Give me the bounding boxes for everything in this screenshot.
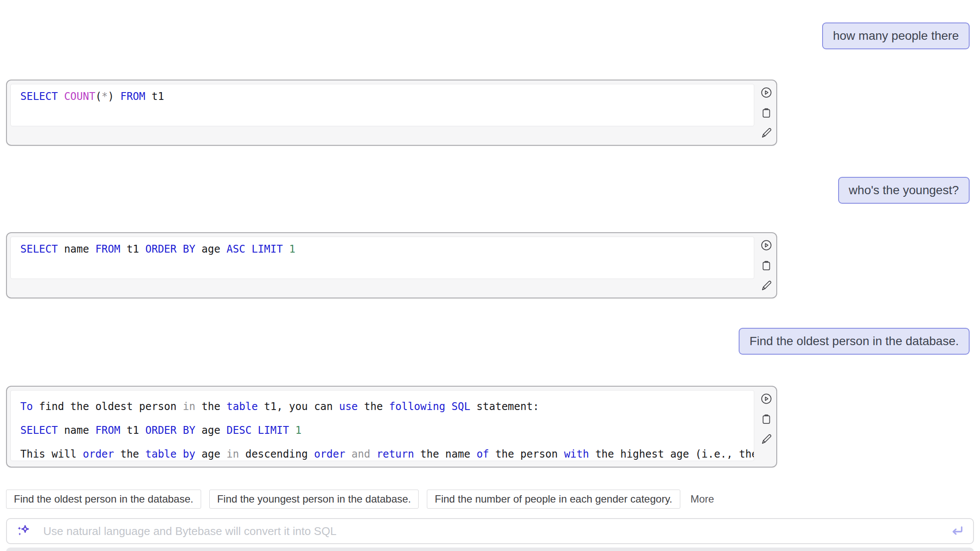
sql-response-block: SELECT name FROM t1 ORDER BY age ASC LIM… [6,232,777,298]
code-token: return [377,448,414,460]
submit-button[interactable] [950,524,964,538]
code-token: age [195,448,227,460]
code-token: 1 [289,243,295,255]
code-token: ASC [227,243,245,255]
code-token: t1 [145,90,164,103]
code-token [58,90,64,103]
chat-thread: how many people there SELECT COUNT(*) FR… [0,22,980,468]
run-query-button[interactable] [760,86,773,99]
enter-submit-icon [950,524,964,538]
response-action-bar [760,392,773,446]
edit-icon [760,280,772,292]
code-token: and [352,448,370,460]
sql-response-block: To find the oldest person in the table t… [6,386,777,468]
code-token: SELECT [20,424,58,436]
sql-code-line: To find the oldest person in the table t… [20,395,744,419]
sparkle-ai-icon [16,524,30,538]
user-message-row: who's the youngest? [0,177,980,204]
code-token: table [145,448,176,460]
suggestion-oldest-person[interactable]: Find the oldest person in the database. [6,490,201,509]
code-token [176,424,183,436]
code-token: BY [183,424,195,436]
code-token: * [102,90,108,103]
code-token: name [58,243,96,255]
code-token: ( [95,90,101,103]
code-token: SELECT [20,243,58,255]
code-token: by [183,448,195,460]
code-token: order [83,448,114,460]
suggestion-youngest-person[interactable]: Find the youngest person in the database… [209,490,419,509]
copy-button[interactable] [760,413,773,426]
code-token: following [389,400,445,413]
user-message-row: Find the oldest person in the database. [0,328,980,355]
code-token: with [564,448,589,460]
edit-icon [760,433,772,445]
user-message-bubble: Find the oldest person in the database. [739,328,970,355]
code-token: order [314,448,345,460]
code-token: the person [489,448,564,460]
sql-code-line: SELECT name FROM t1 ORDER BY age DESC LI… [20,419,744,442]
copy-button[interactable] [760,106,773,119]
code-token: ) [108,90,120,103]
code-token: descending [239,448,314,460]
code-token: 1 [295,424,301,436]
code-token [345,448,351,460]
copy-button[interactable] [760,259,773,272]
run-query-button[interactable] [760,239,773,252]
suggestion-gender-count[interactable]: Find the number of people in each gender… [427,490,680,509]
code-token: ORDER [145,424,176,436]
code-token: BY [183,243,195,255]
copy-icon [760,413,772,425]
sql-code-line: SELECT COUNT(*) FROM t1 [20,89,744,104]
code-token: COUNT [64,90,95,103]
code-token: the name [414,448,477,460]
edit-button[interactable] [760,127,773,140]
code-token: FROM [120,90,145,103]
code-token: t1, you can [258,400,339,413]
sql-code-line: SELECT name FROM t1 ORDER BY age ASC LIM… [20,241,744,257]
code-token: ORDER [145,243,176,255]
code-token: name [58,424,96,436]
suggestion-row: Find the oldest person in the database. … [6,490,980,509]
code-token: find the oldest person [33,400,183,413]
response-action-bar [760,239,773,292]
code-token: To [20,400,33,413]
code-token: LIMIT [252,243,283,255]
code-token [252,424,258,436]
run-query-icon [760,393,772,405]
sql-response-block: SELECT COUNT(*) FROM t1 [6,80,777,146]
code-token: LIMIT [258,424,289,436]
natural-language-input[interactable] [6,518,974,544]
composer [6,518,974,544]
copy-icon [760,259,772,272]
more-suggestions-button[interactable]: More [691,493,714,505]
code-token: the highest age (i.e., the [589,448,754,460]
sql-code-area: SELECT name FROM t1 ORDER BY age ASC LIM… [10,237,754,279]
code-token: This will [20,448,83,460]
user-message-row: how many people there [0,22,980,49]
code-token: use [339,400,358,413]
code-token [176,243,183,255]
copy-icon [760,107,772,119]
code-token: age [195,243,227,255]
run-query-icon [760,86,772,99]
edit-button[interactable] [760,279,773,292]
code-token [283,243,289,255]
code-token [289,424,295,436]
run-query-icon [760,239,772,251]
code-token: t1 [120,424,145,436]
code-token [176,448,183,460]
code-token: DESC [227,424,252,436]
code-token: in [227,448,239,460]
code-token: in [183,400,195,413]
sql-code-area: To find the oldest person in the table t… [10,390,754,461]
run-query-button[interactable] [760,392,773,405]
code-token [445,400,452,413]
code-token: statement: [470,400,539,413]
sql-code-line: This will order the table by age in desc… [20,442,744,461]
code-token: FROM [95,424,120,436]
code-token: the [114,448,145,460]
code-token: of [477,448,489,460]
code-token: SQL [452,400,470,413]
edit-button[interactable] [760,433,773,446]
